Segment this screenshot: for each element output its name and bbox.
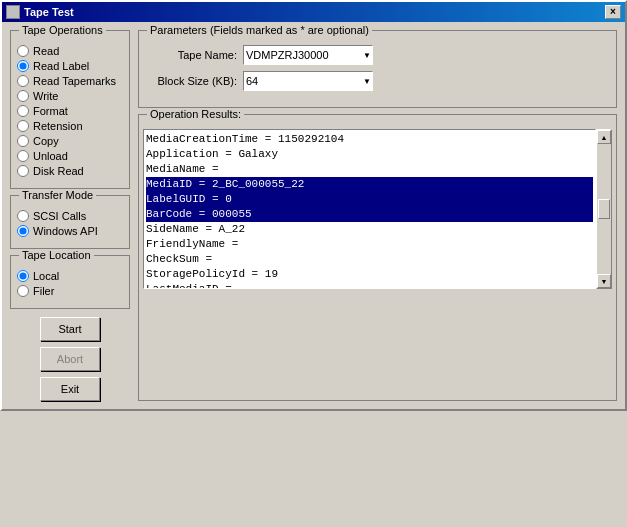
radio-write[interactable]: Write (17, 90, 123, 102)
result-line: LastMediaID = (146, 282, 593, 289)
tape-name-row: Tape Name: VDMPZRJ30000 (147, 45, 608, 65)
block-size-label: Block Size (KB): (147, 75, 237, 87)
radio-filer-input[interactable] (17, 285, 29, 297)
window-title: Tape Test (24, 6, 74, 18)
result-line: LabelGUID = 0 (146, 192, 593, 207)
vertical-scrollbar[interactable]: ▲ ▼ (596, 129, 612, 289)
radio-unload[interactable]: Unload (17, 150, 123, 162)
tape-operations-legend: Tape Operations (19, 24, 106, 36)
radio-local-input[interactable] (17, 270, 29, 282)
result-line: StoragePolicyId = 19 (146, 267, 593, 282)
radio-filer[interactable]: Filer (17, 285, 123, 297)
radio-unload-input[interactable] (17, 150, 29, 162)
results-wrapper: MediaCreationTime = 1150292104Applicatio… (143, 129, 612, 289)
exit-button[interactable]: Exit (40, 377, 100, 401)
radio-read-input[interactable] (17, 45, 29, 57)
action-buttons: Start Abort Exit (10, 313, 130, 401)
transfer-mode-group: Transfer Mode SCSI Calls Windows API (10, 195, 130, 249)
radio-disk-read-input[interactable] (17, 165, 29, 177)
radio-format-label: Format (33, 105, 68, 117)
scroll-thumb[interactable] (598, 199, 610, 219)
operation-results-group: Operation Results: MediaCreationTime = 1… (138, 114, 617, 401)
radio-format-input[interactable] (17, 105, 29, 117)
results-scroll-area[interactable]: MediaCreationTime = 1150292104Applicatio… (143, 129, 596, 289)
radio-retension[interactable]: Retension (17, 120, 123, 132)
radio-local-label: Local (33, 270, 59, 282)
result-line: CheckSum = (146, 252, 593, 267)
radio-scsi-input[interactable] (17, 210, 29, 222)
radio-copy[interactable]: Copy (17, 135, 123, 147)
tape-name-select[interactable]: VDMPZRJ30000 (243, 45, 373, 65)
result-line: Application = Galaxy (146, 147, 593, 162)
radio-read-tapemarks-input[interactable] (17, 75, 29, 87)
radio-read-label-text: Read Label (33, 60, 89, 72)
block-size-select-wrapper: 64 (243, 71, 373, 91)
radio-copy-label: Copy (33, 135, 59, 147)
close-button[interactable]: × (605, 5, 621, 19)
params-group: Parameters (Fields marked as * are optio… (138, 30, 617, 108)
scroll-down-button[interactable]: ▼ (597, 274, 611, 288)
radio-disk-read[interactable]: Disk Read (17, 165, 123, 177)
radio-winapi[interactable]: Windows API (17, 225, 123, 237)
radio-scsi-label: SCSI Calls (33, 210, 86, 222)
radio-read[interactable]: Read (17, 45, 123, 57)
radio-copy-input[interactable] (17, 135, 29, 147)
scroll-up-button[interactable]: ▲ (597, 130, 611, 144)
window-icon (6, 5, 20, 19)
tape-operations-group: Tape Operations Read Read Label Read Tap… (10, 30, 130, 189)
radio-retension-input[interactable] (17, 120, 29, 132)
start-button[interactable]: Start (40, 317, 100, 341)
radio-read-label: Read (33, 45, 59, 57)
result-line: MediaID = 2_BC_000055_22 (146, 177, 593, 192)
right-panel: Parameters (Fields marked as * are optio… (138, 30, 617, 401)
result-line: MediaName = (146, 162, 593, 177)
radio-write-label: Write (33, 90, 58, 102)
title-bar: Tape Test × (2, 2, 625, 22)
operation-results-legend: Operation Results: (147, 108, 244, 120)
result-line: MediaCreationTime = 1150292104 (146, 132, 593, 147)
abort-button[interactable]: Abort (40, 347, 100, 371)
radio-winapi-label: Windows API (33, 225, 98, 237)
radio-unload-label: Unload (33, 150, 68, 162)
block-size-select[interactable]: 64 (243, 71, 373, 91)
result-line: FriendlyName = (146, 237, 593, 252)
radio-local[interactable]: Local (17, 270, 123, 282)
radio-disk-read-label: Disk Read (33, 165, 84, 177)
tape-name-label: Tape Name: (147, 49, 237, 61)
radio-read-label-input[interactable] (17, 60, 29, 72)
left-panel: Tape Operations Read Read Label Read Tap… (10, 30, 130, 401)
radio-write-input[interactable] (17, 90, 29, 102)
block-size-row: Block Size (KB): 64 (147, 71, 608, 91)
radio-scsi[interactable]: SCSI Calls (17, 210, 123, 222)
transfer-mode-legend: Transfer Mode (19, 189, 96, 201)
radio-filer-label: Filer (33, 285, 54, 297)
tape-location-legend: Tape Location (19, 249, 94, 261)
radio-retension-label: Retension (33, 120, 83, 132)
radio-read-label[interactable]: Read Label (17, 60, 123, 72)
radio-winapi-input[interactable] (17, 225, 29, 237)
result-line: BarCode = 000055 (146, 207, 593, 222)
radio-read-tapemarks-label: Read Tapemarks (33, 75, 116, 87)
tape-location-group: Tape Location Local Filer (10, 255, 130, 309)
radio-read-tapemarks[interactable]: Read Tapemarks (17, 75, 123, 87)
tape-name-select-wrapper: VDMPZRJ30000 (243, 45, 373, 65)
radio-format[interactable]: Format (17, 105, 123, 117)
params-legend: Parameters (Fields marked as * are optio… (147, 24, 372, 36)
main-window: Tape Test × Tape Operations Read Read La… (0, 0, 627, 411)
result-line: SideName = A_22 (146, 222, 593, 237)
window-body: Tape Operations Read Read Label Read Tap… (2, 22, 625, 409)
